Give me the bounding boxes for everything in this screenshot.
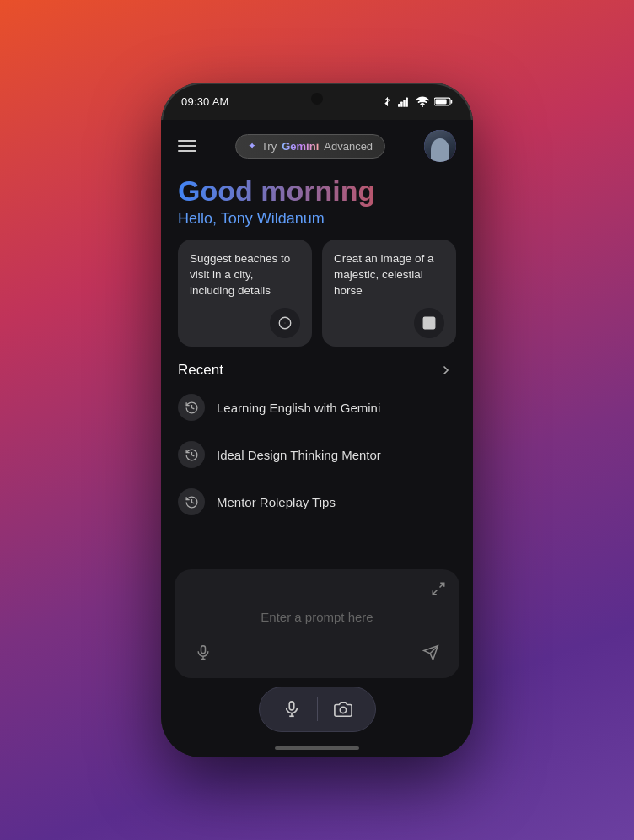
history-icon-3 xyxy=(178,488,205,515)
gemini-label: Gemini xyxy=(282,140,319,153)
pill-microphone-icon xyxy=(282,700,301,719)
recent-chevron[interactable] xyxy=(436,360,456,380)
bottom-pill xyxy=(259,687,376,732)
card-text-1: Suggest beaches to visit in a city, incl… xyxy=(190,251,300,299)
phone-shell: 09:30 AM xyxy=(161,83,473,757)
camera-notch xyxy=(311,93,323,105)
compass-icon-wrap xyxy=(270,308,300,338)
recent-item-text-2: Ideal Design Thinking Mentor xyxy=(217,448,381,462)
svg-point-4 xyxy=(422,105,423,107)
recent-item-3[interactable]: Mentor Roleplay Tips xyxy=(178,478,456,525)
camera-icon xyxy=(334,700,352,719)
svg-rect-0 xyxy=(398,104,400,107)
input-bottom-icons xyxy=(188,638,446,668)
history-icon-1 xyxy=(178,394,205,421)
pill-camera-button[interactable] xyxy=(325,692,362,726)
svg-point-10 xyxy=(284,322,286,324)
clock-rotate-icon-3 xyxy=(185,495,199,509)
svg-rect-2 xyxy=(403,100,406,107)
recent-item-2[interactable]: Ideal Design Thinking Mentor xyxy=(178,431,456,478)
status-icons xyxy=(382,96,453,107)
recent-item-1[interactable]: Learning English with Gemini xyxy=(178,384,456,431)
recent-item-text-1: Learning English with Gemini xyxy=(217,401,380,415)
prompt-placeholder[interactable]: Enter a prompt here xyxy=(188,603,446,638)
recent-item-text-3: Mentor Roleplay Tips xyxy=(217,495,336,509)
svg-rect-1 xyxy=(400,101,403,106)
avatar[interactable] xyxy=(424,130,456,162)
good-morning-text: Good morning xyxy=(178,175,456,207)
svg-rect-17 xyxy=(289,702,294,710)
svg-rect-3 xyxy=(406,97,408,106)
pill-divider xyxy=(317,697,318,721)
avatar-inner xyxy=(424,130,456,162)
image-icon xyxy=(422,315,437,331)
svg-point-12 xyxy=(426,320,427,321)
try-advanced-button[interactable]: ✦ Try Gemini Advanced xyxy=(235,134,385,159)
battery-icon xyxy=(434,96,453,107)
wifi-icon xyxy=(416,96,429,107)
app-header: ✦ Try Gemini Advanced xyxy=(161,120,473,169)
star-icon: ✦ xyxy=(248,140,256,152)
recent-section: Recent Learning English with Gemini xyxy=(161,360,473,525)
svg-rect-6 xyxy=(451,100,452,103)
svg-point-20 xyxy=(340,707,346,713)
svg-rect-13 xyxy=(201,646,206,654)
signal-icon xyxy=(398,96,411,107)
home-bar xyxy=(275,746,359,750)
expand-arrows-icon xyxy=(431,581,446,596)
image-icon-wrap xyxy=(414,308,444,338)
hello-user-text: Hello, Tony Wildanum xyxy=(178,210,456,228)
history-icon-2 xyxy=(178,441,205,468)
microphone-icon xyxy=(195,644,212,661)
expand-icon[interactable] xyxy=(188,581,446,596)
bluetooth-icon xyxy=(382,96,393,107)
menu-button[interactable] xyxy=(178,140,196,152)
send-button[interactable] xyxy=(416,638,446,668)
suggestion-card-1[interactable]: Suggest beaches to visit in a city, incl… xyxy=(178,240,312,347)
try-label: Try xyxy=(261,140,277,153)
pill-mic-button[interactable] xyxy=(273,692,310,726)
advanced-label: Advanced xyxy=(324,140,373,153)
send-icon xyxy=(422,644,439,661)
suggestion-card-2[interactable]: Creat an image of a majestic, celestial … xyxy=(322,240,456,347)
card-text-2: Creat an image of a majestic, celestial … xyxy=(334,251,444,299)
clock-rotate-icon xyxy=(185,401,199,415)
avatar-person xyxy=(431,138,449,162)
recent-title: Recent xyxy=(178,362,223,379)
bottom-pill-area xyxy=(161,678,473,739)
svg-rect-7 xyxy=(435,99,446,104)
suggestion-cards: Suggest beaches to visit in a city, incl… xyxy=(161,240,473,360)
home-indicator xyxy=(161,739,473,757)
prompt-input-area: Enter a prompt here xyxy=(175,569,459,678)
input-mic-button[interactable] xyxy=(188,638,218,668)
clock-rotate-icon-2 xyxy=(185,448,199,462)
recent-header: Recent xyxy=(178,360,456,380)
status-time: 09:30 AM xyxy=(181,95,229,108)
app-content: ✦ Try Gemini Advanced Good morning Hello… xyxy=(161,120,473,757)
greeting-section: Good morning Hello, Tony Wildanum xyxy=(161,169,473,240)
compass-icon xyxy=(277,315,293,331)
